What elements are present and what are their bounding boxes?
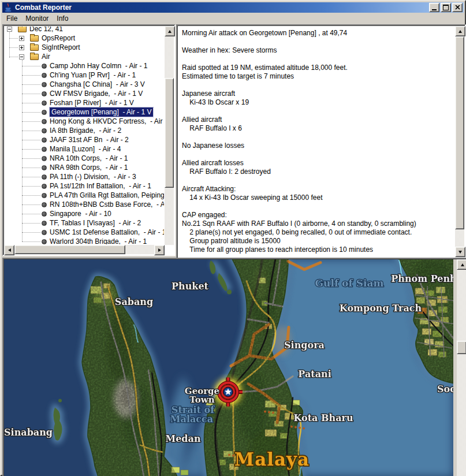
leaf-icon [42,110,47,115]
report-tree: Dec 12, 41 OpsReport SigIntReport Air Ca… [5,27,164,244]
menu-info[interactable]: Info [53,13,72,24]
folder-icon [30,54,39,60]
scroll-track[interactable] [455,229,464,247]
scroll-down-button[interactable] [455,247,465,257]
tree-leaf-battle[interactable]: IA 8th Brigade, - Air - 2 [5,126,164,135]
label-phuket: Phuket [172,281,209,292]
menubar: File Monitor Info [2,13,464,24]
tree-leaf-battle[interactable]: PLA 47th Grilla Rgt Battalion, Peiping [… [5,191,164,200]
scroll-track[interactable] [457,270,466,476]
map-vertical-scrollbar[interactable] [457,259,466,476]
collapse-icon[interactable] [7,27,12,32]
strategic-map: Phuket Sabang Gulf of Siam Phnom Penh Ko… [4,259,453,476]
tree-leaf-battle[interactable]: PA 11th (-) Division, - Air - 3 [5,172,164,181]
tree-leaf-battle[interactable]: Warlord 304th Brigade, - Air - 1 [5,237,164,244]
tree-leaf-battle[interactable]: Manila [Luzon] - Air - 4 [5,144,164,154]
tree-leaf-battle[interactable]: Hong Kong & HKVDC Fortress, - Air - 1 V [5,117,164,126]
tree-node-opsreport[interactable]: OpsReport [5,34,164,43]
leaf-icon [42,174,47,180]
tree-node-sigintreport[interactable]: SigIntReport [5,43,164,52]
map-viewport[interactable]: Phuket Sabang Gulf of Siam Phnom Penh Ko… [4,259,453,476]
menu-monitor[interactable]: Monitor [21,13,53,24]
label-kompong-trach: Kompong Trach [340,303,422,314]
tree-leaf-battle[interactable]: RN 108th+BNB Cstb Base Force, - Air - 1 [5,200,164,209]
tree-vertical-scrollbar[interactable] [165,26,174,245]
scroll-up-button[interactable] [457,259,466,270]
tree-leaf-battle[interactable]: NRA 10th Corps, - Air - 1 [5,154,164,163]
label-strait-of-malacca: Malacca [170,414,213,425]
label-medan: Medan [165,433,200,444]
label-gulf-of-siam: Gulf of Siam [315,277,384,289]
leaf-icon [42,82,47,87]
close-button[interactable] [452,3,463,12]
scroll-track[interactable] [14,245,154,254]
leaf-icon [42,101,47,106]
leaf-icon [42,184,47,189]
arrow-up-icon [458,30,462,33]
java-cup-icon [3,3,13,12]
arrow-up-icon [168,30,172,33]
arrow-down-icon [458,251,462,254]
close-icon [455,5,460,10]
app-window: Combat Reporter File Monitor Info Dec 12… [0,0,466,476]
tree-leaf-battle[interactable]: JAAF 31st AF Bn - Air - 2 [5,135,164,144]
menu-file[interactable]: File [2,13,21,24]
tree-leaf-battle[interactable]: USMC 1st Defense Battalion, - Air - 1 [5,228,164,237]
folder-icon [30,44,39,51]
leaf-icon [42,64,47,69]
scroll-thumb[interactable] [165,78,174,188]
leaf-icon [42,221,47,226]
scroll-left-button[interactable] [4,245,14,255]
label-sinabang: Sinabang [4,427,53,438]
window-title: Combat Reporter [15,3,72,12]
maximize-icon [443,5,449,10]
tree-leaf-battle[interactable]: Changsha [C China] - Air - 3 V [5,80,164,89]
tree-leaf-battle[interactable]: NRA 98th Corps, - Air - 1 [5,163,164,172]
leaf-icon [42,230,47,235]
tree-leaf-battle[interactable]: CW FMSV Brigade, - Air - 1 V [5,89,164,98]
scroll-track[interactable] [165,36,174,245]
leaf-icon [42,147,47,152]
scroll-thumb[interactable] [457,341,466,354]
arrow-right-icon [158,248,161,252]
tree-leaf-battle[interactable]: Camp John Hay Colmn - Air - 1 [5,61,164,70]
combat-report-panel: Morning Air attack on Georgetown [Penang… [176,24,466,259]
arrow-up-icon [461,263,464,266]
tree-leaf-battle[interactable]: Ch'ing Yuan [P Rvr] - Air - 1 [5,70,164,80]
leaf-icon [42,73,47,78]
folder-icon [18,27,27,32]
tree-leaf-battle[interactable]: Singapore - Air - 10 [5,209,164,218]
label-patani: Patani [298,369,331,380]
label-sabang: Sabang [115,296,153,307]
titlebar: Combat Reporter [2,2,464,13]
maximize-button[interactable] [441,3,451,12]
minimize-button[interactable] [429,3,439,12]
scroll-up-button[interactable] [165,26,175,36]
label-singora: Singora [284,340,325,351]
scroll-right-button[interactable] [154,245,165,255]
report-vertical-scrollbar[interactable] [455,26,464,257]
leaf-icon [42,128,47,133]
leaf-icon [42,193,47,198]
expand-icon[interactable] [19,45,24,50]
label-kota-bharu: Kota Bharu [293,412,353,423]
leaf-icon [42,91,47,96]
tree-node-date[interactable]: Dec 12, 41 [5,27,164,34]
scroll-thumb[interactable] [14,245,125,254]
tree-leaf-battle[interactable]: Foshan [P River] - Air - 1 V [5,98,164,107]
map-pane: Phuket Sabang Gulf of Siam Phnom Penh Ko… [2,258,466,476]
label-malaya: Malaya [234,449,310,470]
scroll-thumb[interactable] [455,36,464,229]
tree-leaf-battle[interactable]: PA 1st/12th Inf Battalion, - Air - 1 [5,181,164,191]
collapse-icon[interactable] [19,54,24,60]
scroll-up-button[interactable] [455,26,465,36]
report-tree-panel: Dec 12, 41 OpsReport SigIntReport Air Ca… [2,24,176,256]
label-phnom-penh: Phnom Penh [391,273,453,284]
folder-icon [30,35,39,42]
tree-leaf-battle-selected[interactable]: Georgetown [Penang] - Air - 1 V [5,107,164,117]
tree-horizontal-scrollbar[interactable] [4,245,165,254]
expand-icon[interactable] [19,36,24,41]
tree-leaf-battle[interactable]: TF, Tablas I [Visayas] - Air - 2 [5,218,164,228]
leaf-icon [42,156,47,161]
tree-node-air[interactable]: Air [5,52,164,61]
